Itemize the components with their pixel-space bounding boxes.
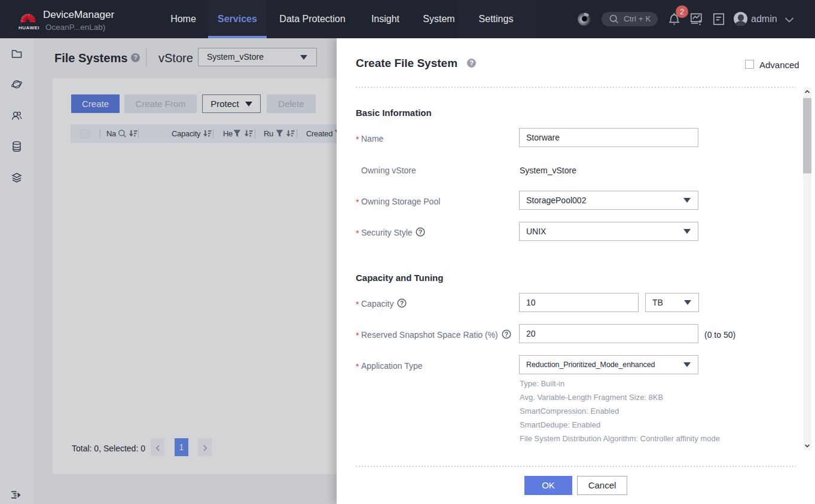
svg-text:?: ? xyxy=(419,228,422,236)
svg-text:?: ? xyxy=(400,300,404,307)
svg-text:?: ? xyxy=(505,331,508,338)
